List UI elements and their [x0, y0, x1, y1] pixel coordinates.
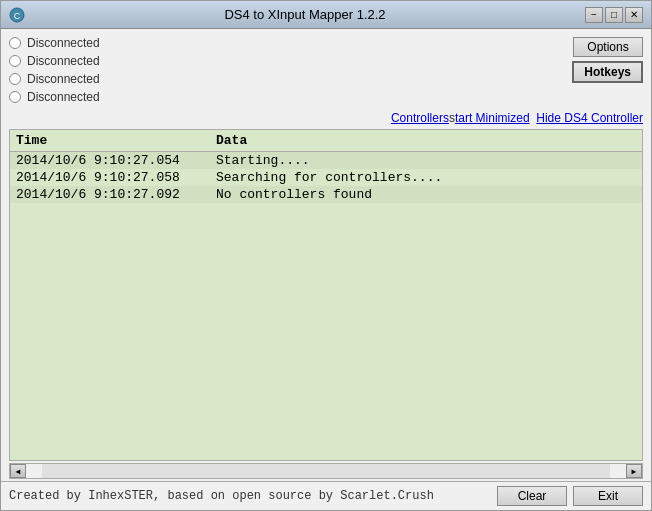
controller-1: Disconnected: [9, 35, 568, 51]
start-minimized-link[interactable]: tart Minimized: [455, 111, 530, 125]
log-row-time: 2014/10/6 9:10:27.054: [16, 153, 216, 168]
window-title: DS4 to XInput Mapper 1.2.2: [25, 7, 585, 22]
log-header: Time Data: [10, 130, 642, 152]
controller-2: Disconnected: [9, 53, 568, 69]
exit-button[interactable]: Exit: [573, 486, 643, 506]
log-row-time: 2014/10/6 9:10:27.092: [16, 187, 216, 202]
scroll-right-button[interactable]: ▶: [626, 464, 642, 478]
hotkeys-button[interactable]: Hotkeys: [572, 61, 643, 83]
log-row: 2014/10/6 9:10:27.092No controllers foun…: [10, 186, 642, 203]
right-panel: Options Hotkeys: [572, 35, 643, 105]
bottom-buttons: Clear Exit: [497, 486, 643, 506]
title-bar: C DS4 to XInput Mapper 1.2.2 − □ ✕: [1, 1, 651, 29]
main-content: Disconnected Disconnected Disconnected D…: [1, 29, 651, 510]
controller-4-label: Disconnected: [27, 90, 100, 104]
controller-3: Disconnected: [9, 71, 568, 87]
scroll-track[interactable]: [42, 464, 610, 478]
log-row-data: Starting....: [216, 153, 636, 168]
log-header-time: Time: [16, 133, 216, 148]
log-section: Time Data 2014/10/6 9:10:27.054Starting.…: [9, 129, 643, 461]
log-header-data: Data: [216, 133, 636, 148]
minimize-button[interactable]: −: [585, 7, 603, 23]
log-row-data: No controllers found: [216, 187, 636, 202]
links-row: Controllersstart Minimized Hide DS4 Cont…: [1, 111, 651, 129]
controller-3-label: Disconnected: [27, 72, 100, 86]
controller-2-radio[interactable]: [9, 55, 21, 67]
log-row-data: Searching for controllers....: [216, 170, 636, 185]
controller-1-radio[interactable]: [9, 37, 21, 49]
log-body[interactable]: 2014/10/6 9:10:27.054Starting....2014/10…: [10, 152, 642, 460]
options-button[interactable]: Options: [573, 37, 643, 57]
scroll-left-button[interactable]: ◀: [10, 464, 26, 478]
controller-1-label: Disconnected: [27, 36, 100, 50]
log-row: 2014/10/6 9:10:27.058Searching for contr…: [10, 169, 642, 186]
hide-ds4-link[interactable]: Hide DS4 Controller: [536, 111, 643, 125]
top-section: Disconnected Disconnected Disconnected D…: [1, 29, 651, 111]
controllers-link[interactable]: Controllers: [391, 111, 449, 125]
controller-4: Disconnected: [9, 89, 568, 105]
maximize-button[interactable]: □: [605, 7, 623, 23]
bottom-bar: Created by InhexSTER, based on open sour…: [1, 481, 651, 510]
app-icon: C: [9, 7, 25, 23]
log-row: 2014/10/6 9:10:27.054Starting....: [10, 152, 642, 169]
title-bar-buttons: − □ ✕: [585, 7, 643, 23]
clear-button[interactable]: Clear: [497, 486, 567, 506]
controllers-panel: Disconnected Disconnected Disconnected D…: [9, 35, 568, 105]
controller-3-radio[interactable]: [9, 73, 21, 85]
status-text: Created by InhexSTER, based on open sour…: [9, 489, 434, 503]
svg-text:C: C: [14, 11, 21, 21]
close-button[interactable]: ✕: [625, 7, 643, 23]
horizontal-scrollbar[interactable]: ◀ ▶: [9, 463, 643, 479]
main-window: C DS4 to XInput Mapper 1.2.2 − □ ✕ Disco…: [0, 0, 652, 511]
title-bar-left: C: [9, 7, 25, 23]
controller-4-radio[interactable]: [9, 91, 21, 103]
log-row-time: 2014/10/6 9:10:27.058: [16, 170, 216, 185]
controller-2-label: Disconnected: [27, 54, 100, 68]
